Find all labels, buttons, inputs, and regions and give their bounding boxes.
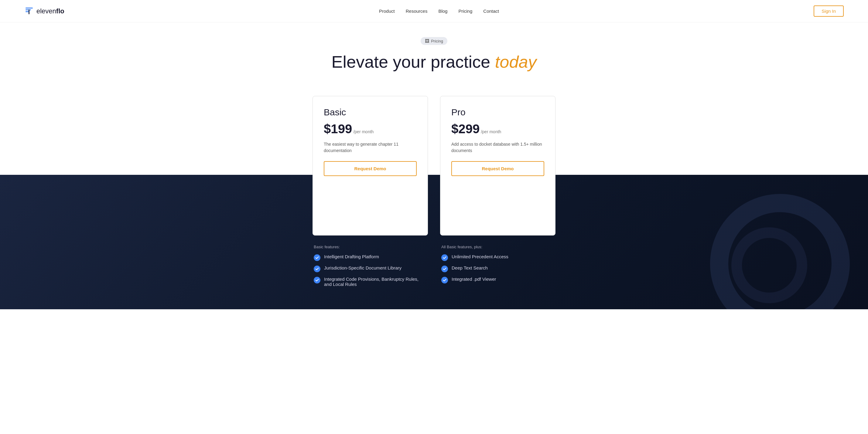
pro-feature-2: Deep Text Search <box>441 265 554 272</box>
features-row: Basic features: Intelligent Drafting Pla… <box>0 245 868 291</box>
basic-features-col: Basic features: Intelligent Drafting Pla… <box>312 245 428 291</box>
nav-contact[interactable]: Contact <box>483 8 499 14</box>
nav-links: Product Resources Blog Pricing Contact <box>379 8 499 14</box>
svg-rect-1 <box>26 9 31 10</box>
cards-container: Basic $199 /per month The easiest way to… <box>0 96 868 235</box>
hero-section: 🖼 Pricing Elevate your practice today <box>0 23 868 84</box>
badge-label: Pricing <box>431 39 443 43</box>
pro-feature-1-label: Unlimited Precedent Access <box>452 254 508 259</box>
signin-button[interactable]: Sign In <box>814 5 844 17</box>
pro-description: Add access to docket database with 1.5+ … <box>451 141 544 154</box>
basic-description: The easiest way to generate chapter 11 d… <box>324 141 417 154</box>
pro-features-label: All Basic features, plus: <box>441 245 554 249</box>
svg-rect-0 <box>26 8 33 8</box>
pro-card: Pro $299 /per month Add access to docket… <box>440 96 556 235</box>
logo-icon <box>24 6 34 16</box>
basic-feature-3-label: Integrated Code Provisions, Bankruptcy R… <box>324 276 427 287</box>
pro-price-period: /per month <box>481 129 501 134</box>
basic-feature-1-label: Intelligent Drafting Platform <box>324 254 379 259</box>
nav-blog[interactable]: Blog <box>438 8 447 14</box>
hero-headline: Elevate your practice today <box>6 52 862 72</box>
basic-price-row: $199 /per month <box>324 122 417 136</box>
pro-plan-name: Pro <box>451 107 544 118</box>
pricing-section: Basic $199 /per month The easiest way to… <box>0 84 868 309</box>
basic-request-demo-button[interactable]: Request Demo <box>324 161 417 176</box>
badge-icon: 🖼 <box>425 38 429 43</box>
check-icon <box>314 277 320 283</box>
nav-resources[interactable]: Resources <box>406 8 428 14</box>
basic-feature-1: Intelligent Drafting Platform <box>314 254 427 261</box>
basic-price-period: /per month <box>353 129 374 134</box>
basic-price-amount: $199 <box>324 122 352 136</box>
pro-features-col: All Basic features, plus: Unlimited Prec… <box>440 245 556 291</box>
basic-plan-name: Basic <box>324 107 417 118</box>
nav-pricing[interactable]: Pricing <box>458 8 472 14</box>
basic-card: Basic $199 /per month The easiest way to… <box>312 96 428 235</box>
basic-feature-3: Integrated Code Provisions, Bankruptcy R… <box>314 276 427 287</box>
pro-request-demo-button[interactable]: Request Demo <box>451 161 544 176</box>
check-icon <box>441 254 448 261</box>
logo[interactable]: elevenflo <box>24 6 64 16</box>
pro-price-amount: $299 <box>451 122 479 136</box>
pro-feature-3: Integrated .pdf Viewer <box>441 276 554 283</box>
check-icon <box>314 254 320 261</box>
basic-features-label: Basic features: <box>314 245 427 249</box>
svg-rect-3 <box>29 9 29 14</box>
pro-feature-3-label: Integrated .pdf Viewer <box>452 276 496 281</box>
navbar: elevenflo Product Resources Blog Pricing… <box>0 0 868 23</box>
basic-feature-2: Jurisdiction-Specific Document Library <box>314 265 427 272</box>
check-icon <box>314 266 320 272</box>
check-icon <box>441 277 448 283</box>
nav-product[interactable]: Product <box>379 8 395 14</box>
pro-price-row: $299 /per month <box>451 122 544 136</box>
logo-text: elevenflo <box>36 7 64 15</box>
pricing-badge: 🖼 Pricing <box>421 37 447 45</box>
pro-feature-1: Unlimited Precedent Access <box>441 254 554 261</box>
check-icon <box>441 266 448 272</box>
basic-feature-2-label: Jurisdiction-Specific Document Library <box>324 265 402 270</box>
pro-feature-2-label: Deep Text Search <box>452 265 488 270</box>
